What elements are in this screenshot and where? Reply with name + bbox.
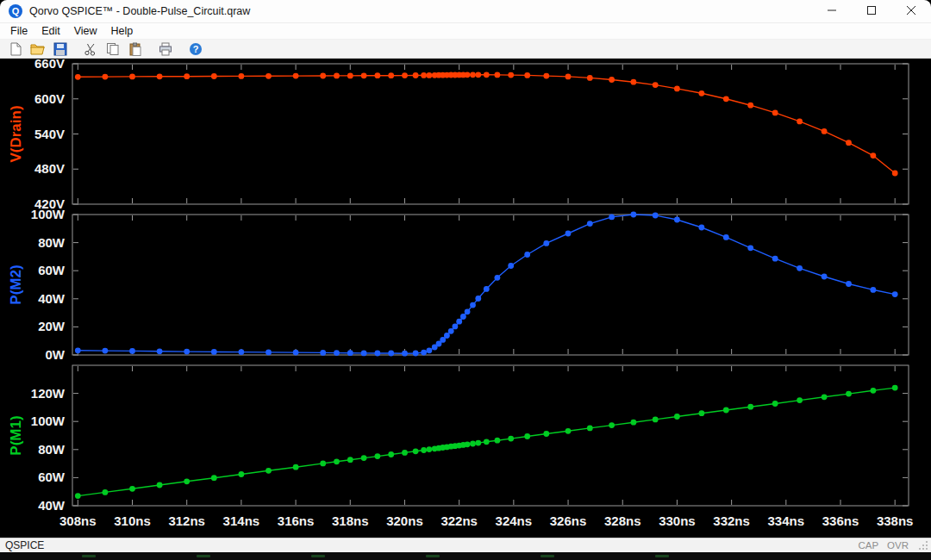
svg-text:316ns: 316ns [278, 513, 315, 528]
svg-text:328ns: 328ns [604, 513, 641, 528]
svg-text:338ns: 338ns [877, 513, 914, 528]
menu-help[interactable]: Help [104, 23, 141, 39]
trace-points-p-m1 [75, 385, 898, 499]
menu-file[interactable]: File [3, 23, 34, 39]
y-axis-label-p-m2: P(M2) [8, 264, 24, 304]
toolbar-separator [72, 40, 78, 58]
status-app-name: QSPICE [5, 539, 44, 551]
cut-button[interactable] [80, 40, 101, 58]
taskbar-sliver [0, 552, 931, 560]
svg-text:20W: 20W [38, 319, 66, 333]
statusbar: QSPICE CAPOVR [0, 538, 931, 552]
svg-text:332ns: 332ns [713, 513, 750, 528]
toolbar: ? [0, 40, 931, 59]
svg-text:330ns: 330ns [659, 513, 696, 528]
app-icon[interactable]: Q [9, 4, 22, 18]
minimize-button[interactable] [812, 0, 852, 22]
resize-grip[interactable] [917, 539, 929, 551]
svg-text:326ns: 326ns [550, 513, 587, 528]
svg-text:0W: 0W [46, 347, 66, 362]
svg-text:322ns: 322ns [441, 513, 478, 528]
save-icon [53, 42, 67, 56]
window-controls [812, 0, 931, 22]
svg-text:80W: 80W [38, 235, 66, 250]
status-indicator-ovr: OVR [887, 540, 909, 551]
svg-text:?: ? [193, 44, 199, 54]
svg-text:336ns: 336ns [822, 513, 859, 528]
menu-edit[interactable]: Edit [34, 23, 67, 39]
svg-text:308ns: 308ns [59, 513, 97, 528]
svg-text:40W: 40W [38, 291, 66, 306]
new-document-icon [9, 42, 22, 56]
svg-text:100W: 100W [31, 207, 66, 221]
svg-text:600V: 600V [34, 91, 65, 106]
svg-text:100W: 100W [31, 414, 66, 428]
trace-line-p-m2 [78, 215, 895, 353]
svg-text:60W: 60W [38, 263, 66, 277]
cut-icon [84, 42, 97, 56]
svg-text:334ns: 334ns [768, 513, 805, 528]
svg-text:310ns: 310ns [114, 513, 151, 528]
copy-icon [106, 42, 120, 56]
svg-text:312ns: 312ns [168, 513, 205, 528]
paste-icon [128, 42, 142, 56]
window-title: Qorvo QSPICE™ - Double-Pulse_Circuit.qra… [29, 5, 805, 17]
status-indicators: CAPOVR [858, 540, 917, 551]
plots-svg: 420V480V540V600V660VV(Drain)0W20W40W60W8… [0, 59, 931, 534]
maximize-button[interactable] [852, 0, 891, 22]
paste-button[interactable] [125, 40, 146, 58]
panel-v-drain: 420V480V540V600V660VV(Drain) [8, 59, 909, 211]
y-axis-label-p-m1: P(M1) [8, 415, 24, 455]
svg-text:318ns: 318ns [332, 513, 369, 528]
help-icon: ? [189, 42, 203, 56]
print-button[interactable] [155, 40, 176, 58]
svg-text:120W: 120W [31, 386, 66, 401]
help-button[interactable]: ? [185, 40, 206, 58]
save-button[interactable] [50, 40, 71, 58]
panel-p-m2: 0W20W40W60W80W100WP(M2) [8, 207, 909, 362]
close-icon [907, 4, 915, 17]
minimize-icon [828, 4, 836, 17]
copy-button[interactable] [103, 40, 123, 58]
close-button[interactable] [891, 0, 931, 22]
titlebar[interactable]: Q Qorvo QSPICE™ - Double-Pulse_Circuit.q… [0, 0, 931, 23]
app-icon-letter: Q [12, 6, 20, 16]
toolbar-separator [178, 40, 184, 58]
open-folder-button[interactable] [28, 40, 48, 58]
panel-p-m1: 40W60W80W100W120WP(M1) [8, 365, 909, 513]
trace-line-v-drain [78, 75, 895, 173]
plot-region[interactable]: 420V480V540V600V660VV(Drain)0W20W40W60W8… [0, 59, 931, 538]
svg-text:540V: 540V [34, 127, 65, 141]
menu-view[interactable]: View [67, 23, 104, 39]
svg-text:314ns: 314ns [223, 513, 260, 528]
maximize-icon [867, 4, 876, 17]
svg-text:320ns: 320ns [386, 513, 423, 528]
trace-points-p-m2 [75, 212, 898, 357]
print-icon [159, 42, 172, 56]
svg-text:660V: 660V [34, 59, 65, 71]
new-document-button[interactable] [5, 40, 26, 58]
menubar: FileEditViewHelp [0, 23, 931, 40]
y-axis-label-v-drain: V(Drain) [8, 106, 24, 163]
status-indicator-cap: CAP [858, 540, 878, 551]
svg-text:324ns: 324ns [496, 513, 533, 528]
svg-text:80W: 80W [38, 442, 66, 457]
svg-text:60W: 60W [38, 470, 66, 484]
app-window: Q Qorvo QSPICE™ - Double-Pulse_Circuit.q… [0, 0, 931, 560]
toolbar-separator [147, 40, 153, 58]
svg-text:480V: 480V [34, 161, 65, 176]
svg-text:40W: 40W [38, 498, 66, 513]
open-folder-icon [30, 42, 46, 56]
trace-points-v-drain [75, 72, 898, 176]
resize-grip-icon [917, 539, 929, 551]
